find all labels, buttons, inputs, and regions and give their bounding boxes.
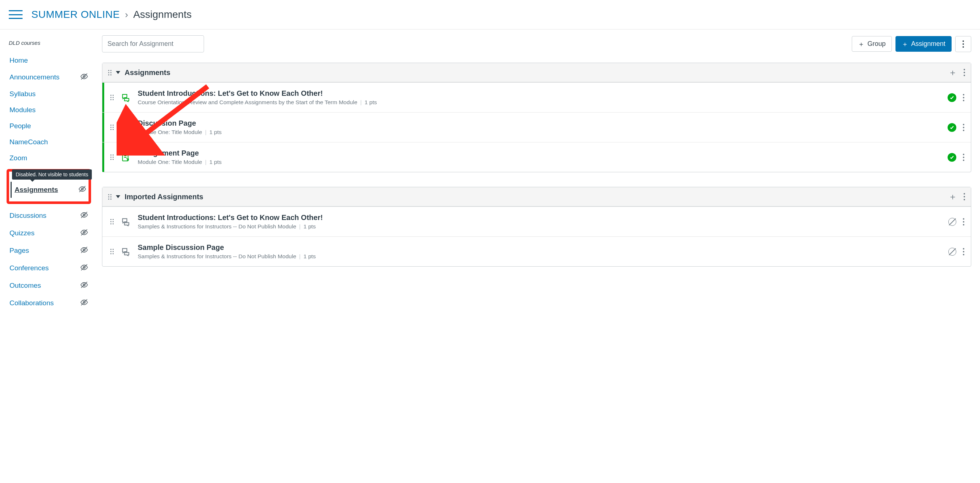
add-assignment-button[interactable]: ＋ Assignment xyxy=(896,36,951,52)
published-icon[interactable] xyxy=(948,93,956,102)
assignment-subtitle: Samples & Instructions for Instructors -… xyxy=(138,223,941,230)
sidebar-item-collaborations[interactable]: Collaborations xyxy=(9,295,89,311)
hidden-icon xyxy=(80,246,88,255)
group-title: Assignments xyxy=(125,68,944,77)
assignment-item[interactable]: Student Introductions: Let's Get to Know… xyxy=(102,82,971,112)
sidebar-item-label: Pages xyxy=(10,246,29,254)
assignment-group: Assignments ＋ Student Introductions: Let… xyxy=(102,63,971,172)
kebab-icon xyxy=(963,40,964,48)
sidebar-item-pages[interactable]: Pages xyxy=(9,243,89,259)
drag-handle-icon[interactable] xyxy=(110,249,114,254)
collapse-toggle-icon[interactable] xyxy=(116,195,120,198)
group-options-button[interactable] xyxy=(964,193,965,200)
sidebar-item-conferences[interactable]: Conferences xyxy=(9,260,89,276)
assignment-title[interactable]: Discussion Page xyxy=(138,119,940,127)
breadcrumb-page: Assignments xyxy=(133,9,192,21)
hidden-icon xyxy=(80,298,88,308)
tooltip: Disabled. Not visible to students xyxy=(12,169,92,180)
breadcrumb-course-link[interactable]: SUMMER ONLINE xyxy=(31,9,120,21)
published-icon[interactable] xyxy=(948,153,956,162)
drag-handle-icon[interactable] xyxy=(108,194,111,200)
drag-handle-icon[interactable] xyxy=(110,154,114,160)
assignment-subtitle: Module One: Title Module|1 pts xyxy=(138,129,940,135)
group-options-button[interactable] xyxy=(964,69,965,76)
add-to-group-button[interactable]: ＋ xyxy=(948,192,957,201)
hidden-icon xyxy=(80,229,88,238)
assignment-title[interactable]: Sample Discussion Page xyxy=(138,243,941,252)
breadcrumb: SUMMER ONLINE › Assignments xyxy=(31,9,192,21)
unpublished-icon[interactable] xyxy=(948,218,956,226)
assignment-group: Imported Assignments ＋ Student Introduct… xyxy=(102,187,971,267)
discussion-icon xyxy=(121,217,130,227)
assignments-options-button[interactable] xyxy=(955,36,971,52)
add-group-label: Group xyxy=(867,40,886,48)
sidebar-item-modules[interactable]: Modules xyxy=(9,103,89,117)
sidebar-item-syllabus[interactable]: Syllabus xyxy=(9,87,89,101)
sidebar-section-title: DLD courses xyxy=(9,40,89,46)
item-options-button[interactable] xyxy=(963,218,964,226)
sidebar-item-label: Conferences xyxy=(10,264,49,272)
sidebar-item-discussions[interactable]: Discussions xyxy=(9,208,89,224)
sidebar-item-label: Discussions xyxy=(10,211,46,220)
search-input[interactable] xyxy=(102,35,204,52)
assignment-item[interactable]: Sample Discussion Page Samples & Instruc… xyxy=(102,237,971,266)
assignment-item[interactable]: Student Introductions: Let's Get to Know… xyxy=(102,207,971,237)
sidebar-item-outcomes[interactable]: Outcomes xyxy=(9,278,89,294)
item-options-button[interactable] xyxy=(963,154,964,161)
sidebar-item-label: Assignments xyxy=(14,186,58,194)
assignment-item[interactable]: Discussion Page Module One: Title Module… xyxy=(102,112,971,142)
plus-icon: ＋ xyxy=(902,41,908,48)
item-options-button[interactable] xyxy=(963,248,964,255)
assignment-title[interactable]: Assignment Page xyxy=(138,149,940,157)
sidebar-item-assignments[interactable]: Assignments xyxy=(11,182,87,198)
nav-highlight: Disabled. Not visible to students Assign… xyxy=(6,169,91,204)
sidebar-item-namecoach[interactable]: NameCoach xyxy=(9,135,89,149)
assignment-item[interactable]: Assignment Page Module One: Title Module… xyxy=(102,142,971,172)
drag-handle-icon[interactable] xyxy=(108,70,111,75)
sidebar-item-announcements[interactable]: Announcements xyxy=(9,69,89,85)
assignment-title[interactable]: Student Introductions: Let's Get to Know… xyxy=(138,89,940,98)
sidebar-item-people[interactable]: People xyxy=(9,119,89,133)
group-header[interactable]: Assignments ＋ xyxy=(102,63,971,82)
sidebar-item-label: Home xyxy=(10,56,28,65)
item-options-button[interactable] xyxy=(963,124,964,131)
sidebar-item-quizzes[interactable]: Quizzes xyxy=(9,225,89,241)
add-assignment-label: Assignment xyxy=(911,40,945,48)
hidden-icon xyxy=(80,281,88,290)
drag-handle-icon[interactable] xyxy=(110,95,114,100)
assignment-subtitle: Samples & Instructions for Instructors -… xyxy=(138,253,941,260)
hidden-icon xyxy=(80,263,88,273)
sidebar-item-label: Zoom xyxy=(10,154,27,162)
drag-handle-icon[interactable] xyxy=(110,125,114,130)
sidebar-item-label: Modules xyxy=(10,106,36,114)
add-group-button[interactable]: ＋ Group xyxy=(852,36,892,52)
unpublished-icon[interactable] xyxy=(948,248,956,256)
hidden-icon xyxy=(80,211,88,220)
plus-icon: ＋ xyxy=(858,41,864,48)
hamburger-menu-icon[interactable] xyxy=(9,9,22,21)
discussion-icon xyxy=(121,93,130,102)
collapse-toggle-icon[interactable] xyxy=(116,71,120,74)
hidden-icon xyxy=(80,73,88,82)
discussion-icon xyxy=(121,123,130,132)
course-nav: Home Announcements Syllabus Modules Peop… xyxy=(9,53,89,311)
assignment-icon xyxy=(121,153,130,162)
sidebar-item-zoom[interactable]: Zoom xyxy=(9,151,89,165)
hidden-icon xyxy=(78,185,86,194)
assignment-subtitle: Module One: Title Module|1 pts xyxy=(138,159,940,165)
add-to-group-button[interactable]: ＋ xyxy=(948,68,957,77)
breadcrumb-separator: › xyxy=(125,9,128,21)
assignment-title[interactable]: Student Introductions: Let's Get to Know… xyxy=(138,213,941,222)
published-icon[interactable] xyxy=(948,123,956,132)
item-options-button[interactable] xyxy=(963,94,964,101)
sidebar-item-label: Announcements xyxy=(10,73,59,81)
sidebar-item-label: Outcomes xyxy=(10,281,41,289)
sidebar-item-label: People xyxy=(10,122,31,130)
group-header[interactable]: Imported Assignments ＋ xyxy=(102,187,971,207)
sidebar-item-label: Collaborations xyxy=(10,299,54,307)
discussion-icon xyxy=(121,247,130,256)
assignment-subtitle: Course Orientation: Review and Complete … xyxy=(138,99,940,106)
sidebar-item-home[interactable]: Home xyxy=(9,53,89,68)
drag-handle-icon[interactable] xyxy=(110,219,114,224)
sidebar-item-label: NameCoach xyxy=(10,138,48,146)
